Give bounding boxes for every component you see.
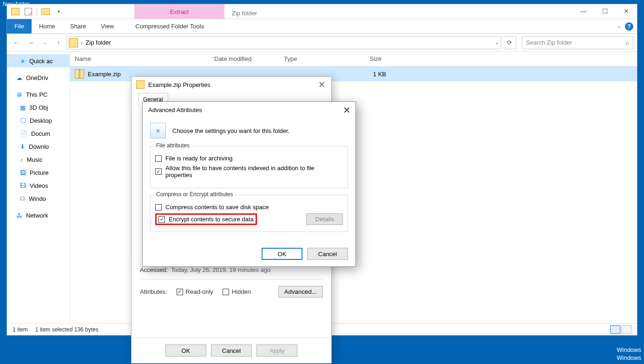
cloud-icon: ☁ <box>16 74 22 81</box>
encrypt-highlight: Encrypt contents to secure data <box>155 213 257 225</box>
file-attributes-group: File attributes File is ready for archiv… <box>150 146 348 188</box>
up-button[interactable]: ↑ <box>53 37 65 49</box>
windows-watermark: Windows Windows <box>617 346 641 362</box>
qat-dropdown-icon[interactable]: ▾ <box>53 6 64 17</box>
breadcrumb-current: Zip folder <box>85 39 111 46</box>
properties-title-text: Example.zip Properties <box>148 81 210 88</box>
nav-desktop[interactable]: 🖵Desktop <box>7 114 70 127</box>
cancel-button[interactable]: Cancel <box>211 344 252 357</box>
advanced-instruction: Choose the settings you want for this fo… <box>172 127 289 134</box>
encrypt-label: Encrypt contents to secure data <box>169 216 254 223</box>
attributes-icon: ≡ <box>150 123 166 139</box>
hidden-checkbox[interactable]: Hidden <box>223 288 251 295</box>
advanced-button[interactable]: Advanced... <box>278 286 323 298</box>
compress-checkbox[interactable]: Compress contents to save disk space <box>155 204 343 211</box>
index-checkbox[interactable]: Allow this file to have contents indexed… <box>155 165 343 179</box>
compress-encrypt-legend: Compress or Encrypt attributes <box>154 191 235 198</box>
picture-icon: 🖼 <box>20 169 26 176</box>
navigation-pane: ★Quick ac ☁OneDriv 🖥This PC ▦3D Obj 🖵Des… <box>7 52 70 323</box>
properties-titlebar: Example.zip Properties ✕ <box>131 77 331 93</box>
properties-buttons: OK Cancel Apply <box>131 338 331 363</box>
col-size[interactable]: Size <box>349 55 391 62</box>
details-button[interactable]: Details <box>306 213 343 225</box>
tab-share[interactable]: Share <box>63 19 94 33</box>
file-attributes-legend: File attributes <box>154 142 191 149</box>
col-type[interactable]: Type <box>284 55 349 62</box>
view-icons-button[interactable] <box>621 325 631 334</box>
archive-checkbox[interactable]: File is ready for archiving <box>155 155 343 162</box>
nav-downloads[interactable]: ⬇Downlo <box>7 140 70 153</box>
search-input[interactable]: Search Zip folder ⌕ <box>522 36 633 49</box>
close-icon[interactable]: ✕ <box>343 105 351 116</box>
search-icon: ⌕ <box>625 39 629 46</box>
nav-music[interactable]: ♪Music <box>7 153 70 166</box>
window-title-tab: Zip folder <box>232 10 257 17</box>
nav-windows-drive[interactable]: ⛁Windo <box>7 192 70 205</box>
col-name[interactable]: Name˄ <box>75 55 214 62</box>
tab-view[interactable]: View <box>93 19 121 33</box>
tab-file[interactable]: File <box>7 19 32 33</box>
advanced-title-text: Advanced Attributes <box>148 106 202 113</box>
ok-button[interactable]: OK <box>165 344 206 357</box>
file-size: 1 KB <box>354 71 395 78</box>
context-tab-header: Extract <box>134 4 224 19</box>
chevron-right-icon: › <box>81 39 83 46</box>
refresh-button[interactable]: ⟳ <box>503 36 516 49</box>
ribbon-expand-icon[interactable]: ⌄ <box>617 23 621 29</box>
download-icon: ⬇ <box>20 143 25 150</box>
minimize-button[interactable]: — <box>573 4 594 18</box>
search-placeholder: Search Zip folder <box>526 39 572 46</box>
drive-icon: ⛁ <box>20 195 25 202</box>
new-folder-icon[interactable] <box>40 6 51 17</box>
quick-access-toolbar: ✓ ▾ Extract Zip folder — ☐ ✕ <box>7 4 637 19</box>
folder-icon[interactable] <box>10 6 21 17</box>
readonly-checkbox[interactable]: Read-only <box>177 288 213 295</box>
video-icon: 🎞 <box>20 182 26 189</box>
nav-documents[interactable]: 📄Docum <box>7 127 70 140</box>
help-icon[interactable]: ? <box>625 22 633 31</box>
nav-videos[interactable]: 🎞Videos <box>7 179 70 192</box>
apply-button[interactable]: Apply <box>256 344 297 357</box>
breadcrumb-dropdown-icon[interactable]: ⌄ <box>495 40 499 46</box>
col-date[interactable]: Date modified <box>214 55 284 62</box>
ribbon-tabs: File Home Share View Compressed Folder T… <box>7 19 637 34</box>
close-button[interactable]: ✕ <box>616 4 637 18</box>
attributes-label: Attributes: <box>140 288 167 295</box>
cube-icon: ▦ <box>20 104 26 111</box>
nav-quick-access[interactable]: ★Quick ac <box>7 54 70 67</box>
network-icon: 🖧 <box>16 212 22 219</box>
maximize-button[interactable]: ☐ <box>594 4 616 18</box>
encrypt-checkbox[interactable] <box>158 216 165 223</box>
nav-this-pc[interactable]: 🖥This PC <box>7 88 70 101</box>
nav-3d-objects[interactable]: ▦3D Obj <box>7 101 70 114</box>
status-selection: 1 item selected 136 bytes <box>35 326 99 333</box>
status-item-count: 1 item <box>13 326 28 333</box>
cancel-button[interactable]: Cancel <box>307 248 348 260</box>
recent-dropdown-icon[interactable]: ⌄ <box>39 37 51 49</box>
advanced-buttons: OK Cancel <box>143 243 355 266</box>
accessed-label: Accessed: <box>140 266 168 273</box>
back-button[interactable]: ← <box>11 37 23 49</box>
address-bar: ← → ⌄ ↑ › Zip folder ⌄ ⟳ Search Zip fold… <box>7 34 637 52</box>
forward-button[interactable]: → <box>25 37 37 49</box>
advanced-titlebar: Advanced Attributes ✕ <box>143 102 355 118</box>
accessed-value: Today, July 26, 2019, 19 minutes ago <box>171 266 270 273</box>
advanced-attributes-dialog: Advanced Attributes ✕ ≡ Choose the setti… <box>142 101 356 267</box>
desktop-icon: 🖵 <box>20 117 26 124</box>
ok-button[interactable]: OK <box>262 248 302 260</box>
star-icon: ★ <box>20 58 26 65</box>
music-icon: ♪ <box>20 156 23 163</box>
properties-icon[interactable]: ✓ <box>23 6 34 17</box>
document-icon: 📄 <box>20 130 27 137</box>
nav-pictures[interactable]: 🖼Picture <box>7 166 70 179</box>
tab-home[interactable]: Home <box>32 19 63 33</box>
nav-onedrive[interactable]: ☁OneDriv <box>7 71 70 84</box>
pc-icon: 🖥 <box>16 91 22 98</box>
tab-compressed-tools[interactable]: Compressed Folder Tools <box>128 19 211 33</box>
view-details-button[interactable] <box>610 325 620 334</box>
breadcrumb-bar[interactable]: › Zip folder ⌄ <box>66 36 501 49</box>
zip-file-icon <box>75 69 84 79</box>
close-icon[interactable]: ✕ <box>315 79 328 90</box>
column-headers: Name˄ Date modified Type Size <box>70 52 637 66</box>
nav-network[interactable]: 🖧Network <box>7 209 70 222</box>
